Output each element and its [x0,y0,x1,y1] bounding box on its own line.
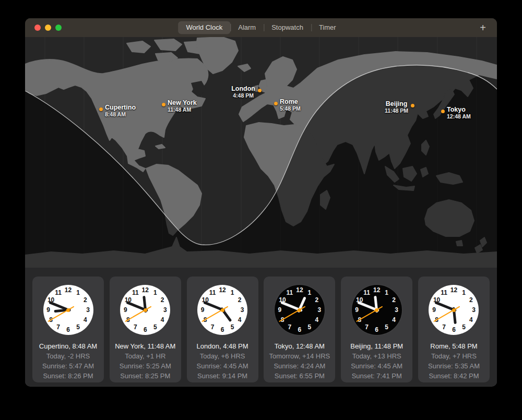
clock-numeral: 1 [308,289,312,296]
card-sunrise: Sunrise: 4:45 AM [187,361,258,371]
map-city-name: Tokyo [447,106,471,113]
world-clock-card[interactable]: 123456789101112 Rome, 5:48 PM Today, +7 … [418,277,490,382]
world-map: Cupertino 8:48 AM New York 11:48 AM Lond… [25,37,497,268]
clock-numeral: 6 [375,326,378,333]
city-dot-icon [441,110,445,113]
tab-alarm[interactable]: Alarm [230,21,264,34]
clock-numeral: 5 [308,323,312,331]
map-city-time: 8:48 AM [105,111,136,118]
card-relative-offset: Tomorrow, +14 HRS [264,351,335,361]
clock-numeral: 1 [385,289,388,296]
clock-numeral: 12 [219,286,226,294]
card-relative-offset: Today, +7 HRS [418,351,490,361]
clock-numeral: 9 [124,306,127,314]
analog-clock: 123456789101112 [352,285,402,335]
map-city-name: London [231,86,255,92]
world-clock-card[interactable]: 123456789101112 Beijing, 11:48 PM Today,… [341,277,412,382]
clock-center-cap-icon [221,308,224,312]
clock-numeral: 12 [450,286,457,294]
map-city-time: 4:48 PM [231,92,255,99]
tab-stopwatch[interactable]: Stopwatch [264,21,311,34]
clock-center-cap-icon [66,308,70,312]
card-relative-offset: Today, +13 HRS [341,351,412,361]
city-dot-icon [411,104,414,107]
tab-bar: World ClockAlarmStopwatchTimer [178,21,343,34]
card-sunset: Sunset: 9:14 PM [187,371,258,381]
card-city-time: Rome, 5:48 PM [418,341,490,351]
traffic-lights [34,25,62,31]
world-clock-card[interactable]: 123456789101112 Cupertino, 8:48 AM Today… [32,277,104,382]
clock-numeral: 6 [221,326,224,333]
city-dot-icon [258,89,262,92]
clock-numeral: 7 [134,323,137,331]
second-hand [48,306,74,322]
world-map-svg [25,37,497,268]
city-dot-icon [274,102,278,105]
card-sunset: Sunset: 8:42 PM [418,371,490,381]
clock-numeral: 1 [153,289,157,296]
clock-numeral: 9 [46,306,50,314]
clock-numeral: 3 [318,306,322,314]
clock-numeral: 4 [469,316,473,323]
clock-numeral: 1 [76,289,80,296]
clock-numeral: 4 [315,316,318,323]
clock-numeral: 12 [373,286,380,294]
clock-app-window: World ClockAlarmStopwatchTimer + [25,18,497,387]
city-dot-icon [99,107,103,111]
clock-numeral: 2 [161,296,164,304]
world-clock-card[interactable]: 123456789101112 London, 4:48 PM Today, +… [187,277,258,382]
card-city-time: Cupertino, 8:48 AM [32,341,104,351]
card-city-time: London, 4:48 PM [187,341,258,351]
clock-numeral: 4 [161,316,164,323]
map-city-time: 11:48 AM [168,106,197,113]
card-sunrise: Sunrise: 5:47 AM [32,361,104,371]
close-button[interactable] [34,25,41,31]
clock-numeral: 2 [315,296,318,304]
world-clock-card[interactable]: 123456789101112 Tokyo, 12:48 AM Tomorrow… [264,277,335,382]
card-sunrise: Sunrise: 4:24 AM [264,361,335,371]
map-city-time: 12:48 AM [447,113,471,120]
card-sunset: Sunset: 6:55 PM [264,371,335,381]
analog-clock: 123456789101112 [43,285,93,335]
analog-clock: 123456789101112 [120,285,170,335]
city-cards-row: 123456789101112 Cupertino, 8:48 AM Today… [25,268,497,382]
card-sunrise: Sunrise: 4:45 AM [341,361,412,371]
tab-timer[interactable]: Timer [311,21,344,34]
clock-numeral: 11 [209,289,216,296]
clock-numeral: 11 [363,289,370,296]
clock-numeral: 12 [142,286,149,294]
clock-numeral: 9 [201,306,205,314]
clock-numeral: 9 [355,306,359,314]
clock-numeral: 1 [231,289,234,296]
clock-numeral: 9 [432,306,436,314]
world-clock-card[interactable]: 123456789101112 New York, 11:48 AM Today… [110,277,181,382]
map-city-name: New York [168,100,197,106]
second-hand [125,306,151,322]
card-sunset: Sunset: 7:41 PM [341,371,412,381]
clock-numeral: 7 [56,323,60,331]
card-city-time: Tokyo, 12:48 AM [264,341,335,351]
clock-center-cap-icon [452,308,456,312]
clock-numeral: 3 [472,306,476,314]
city-dot-icon [162,103,165,106]
analog-clock: 123456789101112 [275,285,325,335]
clock-numeral: 5 [231,323,234,331]
clock-numeral: 7 [211,323,215,331]
minimize-button[interactable] [45,25,51,31]
add-clock-button[interactable]: + [476,21,490,34]
tab-world-clock[interactable]: World Clock [178,21,230,34]
clock-numeral: 11 [441,289,447,296]
clock-numeral: 3 [395,306,398,314]
clock-center-cap-icon [144,308,147,312]
clock-numeral: 6 [298,326,302,333]
clock-numeral: 7 [442,323,446,331]
clock-numeral: 5 [462,323,466,331]
clock-numeral: 7 [288,323,292,331]
zoom-button[interactable] [55,25,62,31]
map-city-time: 11:48 PM [385,107,408,114]
clock-numeral: 3 [163,306,167,314]
clock-numeral: 11 [287,289,293,296]
map-city-name: Beijing [385,101,408,107]
clock-numeral: 11 [55,289,62,296]
clock-center-cap-icon [375,308,378,312]
